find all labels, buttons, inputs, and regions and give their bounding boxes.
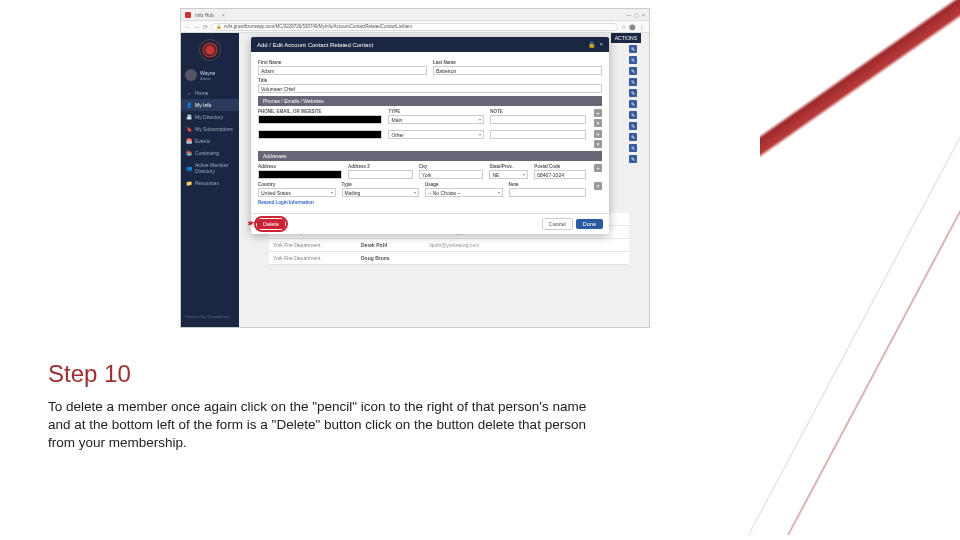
remove-icon[interactable]: × [594,182,602,190]
action-column: ✎ ✎ ✎ ✎ ✎ ✎ ✎ ✎ ✎ ✎ ✎ [629,45,637,163]
url-field[interactable]: 🔒 nvfa.growthzoneapp.com/MC/3228726/5357… [211,23,618,31]
city-label: City [419,164,484,169]
lock-icon: 🔒 [216,24,222,29]
city-input[interactable]: York [419,170,484,179]
profile-icon[interactable]: ⬤ [629,23,636,30]
url-bar: ← → ⟳ 🔒 nvfa.growthzoneapp.com/MC/322872… [181,21,649,33]
modal-body: First NameAdam Last NameBatterton TitleV… [251,52,609,213]
lock-icon[interactable]: 🔒 [588,41,595,48]
star-icon[interactable]: ☆ [621,23,626,30]
step-title: Step 10 [48,360,131,388]
sidebar-item-my-subscriptions[interactable]: 🔖My Subscriptions [181,123,239,135]
resend-link[interactable]: Resend Login Information [258,200,314,205]
pencil-icon[interactable]: ✎ [629,133,637,141]
modal-header: Add / Edit Account Contact Related Conta… [251,37,609,52]
pencil-icon[interactable]: ✎ [629,56,637,64]
add-icon[interactable]: + [594,109,602,117]
addr2-label: Address 2 [348,164,413,169]
first-name-label: First Name [258,60,427,65]
cancel-button[interactable]: Cancel [542,218,573,230]
remove-icon[interactable]: × [594,119,602,127]
contact-input[interactable] [258,115,382,124]
close-icon[interactable]: × [642,12,645,18]
col-contact: PHONE, EMAIL, OR WEBSITE [258,109,382,114]
pencil-icon[interactable]: ✎ [629,45,637,53]
pencil-icon[interactable]: ✎ [629,111,637,119]
atype-label: Type [342,182,420,187]
last-name-input[interactable]: Batterton [433,66,602,75]
title-label: Title [258,78,602,83]
col-note: NOTE [490,109,586,114]
postal-input[interactable]: 68467-1024 [534,170,586,179]
title-input[interactable]: Volunteer Chief [258,84,602,93]
country-label: Country [258,182,336,187]
col-type: TYPE [388,109,484,114]
type-select[interactable]: Main [388,115,484,124]
sidebar-item-resources[interactable]: 📁Resources [181,177,239,189]
tab-close-icon[interactable]: × [222,12,225,18]
pencil-icon[interactable]: ✎ [629,144,637,152]
url-text: nvfa.growthzoneapp.com/MC/3228726/535749… [224,24,412,29]
add-icon[interactable]: + [594,130,602,138]
slide: Info Hub × — ▢ × ← → ⟳ 🔒 nvfa.growthzone… [0,0,960,540]
sidebar-item-home[interactable]: ⌂Home [181,87,239,99]
forward-icon[interactable]: → [194,24,200,30]
maximize-icon[interactable]: ▢ [634,12,639,18]
modal-title: Add / Edit Account Contact Related Conta… [257,42,373,48]
sidebar-item-continuing[interactable]: 📚Continuing [181,147,239,159]
table-row: York Fire DepartmentDerek Pohldpohl@york… [269,239,629,252]
reload-icon[interactable]: ⟳ [203,23,208,30]
addr2-input[interactable] [348,170,413,179]
pencil-icon[interactable]: ✎ [629,89,637,97]
last-name-label: Last Name [433,60,602,65]
contact-input[interactable] [258,130,382,139]
window-controls: — ▢ × [626,12,645,18]
user-sub: Admin [200,76,215,81]
menu-icon[interactable]: ⋮ [639,23,645,30]
sidebar-item-my-directory[interactable]: 📇My Directory [181,111,239,123]
calendar-icon: 📅 [186,138,192,144]
pencil-icon[interactable]: ✎ [629,155,637,163]
addr-input[interactable] [258,170,342,179]
edit-contact-modal: Add / Edit Account Contact Related Conta… [251,37,609,234]
state-label: State/Prov. [489,164,528,169]
first-name-input[interactable]: Adam [258,66,427,75]
type-select[interactable]: Other [388,130,484,139]
folder-icon: 📁 [186,180,192,186]
modal-footer: Delete ➸ Cancel Done [251,213,609,234]
table-row: York Fire DepartmentDoug Bruns [269,252,629,265]
section-phones: Phones / Emails / Websites [258,96,602,106]
country-select[interactable]: United States [258,188,336,197]
sidebar-item-my-info[interactable]: 👤My Info [181,99,239,111]
delete-button[interactable]: Delete [257,219,285,229]
note-input[interactable] [490,130,586,139]
atype-select[interactable]: Mailing [342,188,420,197]
app-body: Wayne Admin ⌂Home 👤My Info 📇My Directory… [181,33,649,327]
actions-header: ACTIONS [611,33,641,43]
pencil-icon[interactable]: ✎ [629,67,637,75]
usage-select[interactable]: -- No Choice -- [425,188,503,197]
state-select[interactable]: NE [489,170,528,179]
sidebar-item-active-members[interactable]: 👥Active Member Directory [181,159,239,177]
pencil-icon[interactable]: ✎ [629,78,637,86]
people-icon: 👥 [186,165,192,171]
browser-tab-bar: Info Hub × — ▢ × [181,9,649,21]
minimize-icon[interactable]: — [626,12,631,18]
usage-label: Usage [425,182,503,187]
remove-icon[interactable]: × [594,140,602,148]
note-input[interactable] [490,115,586,124]
addr-note-input[interactable] [509,188,587,197]
back-icon[interactable]: ← [185,24,191,30]
tab-title: Info Hub [195,12,214,18]
home-icon: ⌂ [186,90,192,96]
tag-icon: 🔖 [186,126,192,132]
sidebar-item-events[interactable]: 📅Events [181,135,239,147]
add-icon[interactable]: + [594,164,602,172]
done-button[interactable]: Done [576,219,603,229]
step-body: To delete a member once again click on t… [48,398,608,453]
modal-close-icon[interactable]: × [599,41,603,48]
pencil-icon[interactable]: ✎ [629,122,637,130]
pencil-icon[interactable]: ✎ [629,100,637,108]
postal-label: Postal Code [534,164,586,169]
addr-label: Address [258,164,342,169]
